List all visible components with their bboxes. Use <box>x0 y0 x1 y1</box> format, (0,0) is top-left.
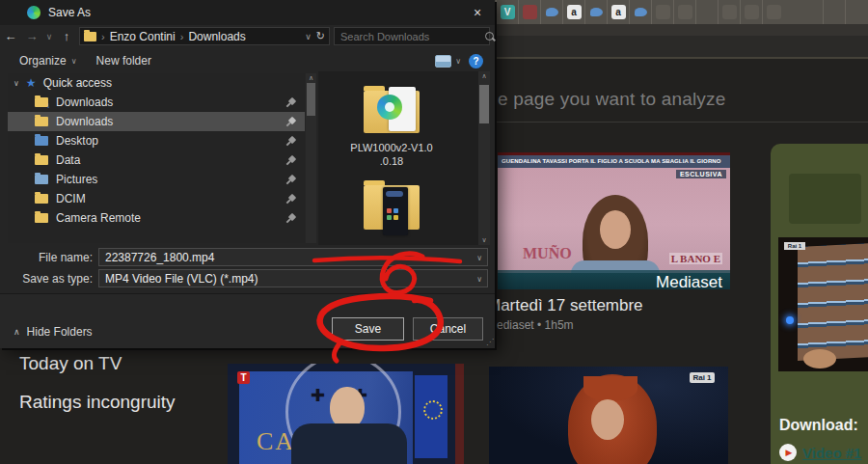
sidebar-scrollbar[interactable]: ∧ <box>306 73 316 243</box>
dim-extension-icon-2[interactable] <box>673 0 695 24</box>
close-icon[interactable]: × <box>468 3 487 22</box>
sidebar-item-desktop[interactable]: Desktop <box>8 131 305 150</box>
organize-button[interactable]: Organize ∨ <box>19 54 77 68</box>
folder-icon <box>35 213 48 223</box>
file-name-input[interactable] <box>105 251 470 264</box>
dialog-navigation-row: ← → ∨ ↑ › Enzo Contini › Downloads ∨ ↻ <box>0 26 495 46</box>
search-icon <box>483 30 485 43</box>
mediaset-brand-band: Mediaset <box>498 273 730 289</box>
link-today-on-tv[interactable]: Today on TV <box>19 353 122 374</box>
thumbnail-overlay-right: L BANO E <box>669 253 722 264</box>
sidebar-item-downloads-selected[interactable]: Downloads <box>8 112 305 131</box>
video-thumbnail-mediaset[interactable]: MUÑO L BANO E GUENDALINA TAVASSI PORTA I… <box>498 152 730 289</box>
breadcrumb-user[interactable]: Enzo Contini <box>110 30 176 43</box>
bird-extension-icon-3[interactable] <box>629 0 651 24</box>
collapse-icon: ∧ <box>14 327 20 337</box>
video-meta: Mediaset • 1h5m <box>487 318 574 332</box>
window-panel-icon[interactable] <box>845 0 867 24</box>
cancel-button[interactable]: Cancel <box>413 317 483 341</box>
help-icon[interactable]: ? <box>469 54 483 68</box>
scrollbar-thumb[interactable] <box>479 85 489 123</box>
file-list-scrollbar[interactable]: ∧ ∨ <box>478 71 490 245</box>
quick-access-node[interactable]: ∨ ★ Quick access <box>8 73 305 93</box>
up-icon[interactable]: ↑ <box>56 29 77 43</box>
scrollbar-thumb[interactable] <box>307 83 315 116</box>
scroll-up-icon[interactable]: ∧ <box>478 72 490 80</box>
search-box[interactable] <box>334 27 490 45</box>
scroll-up-icon[interactable]: ∧ <box>306 74 316 82</box>
studio-stairs <box>798 243 868 361</box>
sidebar-item-pictures[interactable]: Pictures <box>8 170 305 189</box>
amazon-extension-icon[interactable]: a <box>562 0 584 24</box>
save-button[interactable]: Save <box>332 317 404 341</box>
dim-glyph-4 <box>745 5 759 19</box>
panel-button-block[interactable] <box>789 174 861 224</box>
sidebar-item-dcim[interactable]: DCIM <box>8 189 305 208</box>
bird-glyph <box>545 5 559 19</box>
file-name-line1: PLW1000v2-V1.0 <box>334 141 449 154</box>
vivaldi-icon[interactable]: V <box>496 0 518 24</box>
resize-grip[interactable]: ⋰ <box>486 338 493 346</box>
dim-extension-icon-5[interactable] <box>762 0 784 24</box>
address-dropdown-icon[interactable]: ∨ <box>305 32 312 41</box>
video-thumbnail-calabria[interactable]: CALA T <box>228 364 464 464</box>
folder-icon <box>35 117 48 126</box>
refresh-icon[interactable]: ↻ <box>316 30 325 42</box>
foreground-hand <box>803 349 836 368</box>
dim-extension-icon-4[interactable] <box>740 0 762 24</box>
dialog-footer: ∧ Hide Folders Save Cancel ⋰ <box>0 293 495 348</box>
new-folder-button[interactable]: New folder <box>96 54 151 68</box>
panel-video-thumbnail[interactable]: Rai 1 <box>778 237 868 371</box>
amazon-extension-icon-2[interactable]: a <box>607 0 629 24</box>
pin-icon <box>288 136 296 144</box>
video-title[interactable]: Martedì 17 settembre <box>487 296 643 315</box>
sidebar-item-camera-remote[interactable]: Camera Remote <box>8 208 305 228</box>
bird-extension-icon[interactable] <box>540 0 562 24</box>
video-thumbnail-rai[interactable]: Rai 1 <box>489 367 728 464</box>
save-type-combo[interactable]: MP4 Video File (VLC) (*.mp4) ∨ <box>98 269 488 287</box>
view-dropdown-icon[interactable]: ∨ <box>455 57 461 66</box>
link-ratings-incongruity[interactable]: Ratings incongruity <box>19 392 176 413</box>
dim-extension-icon-1[interactable] <box>651 0 673 24</box>
file-tile-screenshots[interactable] <box>334 185 449 230</box>
sidebar-item-downloads[interactable]: ↓ Downloads <box>8 93 305 112</box>
view-mode-icon[interactable] <box>435 55 451 68</box>
breadcrumb[interactable]: › Enzo Contini › Downloads ∨ ↻ <box>79 27 330 45</box>
history-dropdown-icon[interactable]: ∨ <box>42 32 56 41</box>
breadcrumb-folder[interactable]: Downloads <box>188 30 245 43</box>
eu-flag <box>415 375 448 458</box>
file-name-combo[interactable]: ∨ <box>98 248 488 266</box>
video-download-link[interactable]: Video #1 <box>802 445 861 461</box>
forward-icon[interactable]: → <box>21 29 42 43</box>
file-list: PLW1000v2-V1.0 .0.18 <box>318 71 478 245</box>
pdf-extension-icon[interactable] <box>518 0 540 24</box>
side-panel-icon[interactable] <box>823 0 845 24</box>
pin-icon <box>288 97 296 105</box>
dim-extension-icon-3[interactable] <box>718 0 740 24</box>
speaker-body <box>291 423 407 464</box>
pin-icon <box>288 155 296 163</box>
dialog-titlebar[interactable]: Save As × <box>0 0 495 25</box>
save-type-row: Save as type: MP4 Video File (VLC) (*.mp… <box>0 269 495 287</box>
back-icon[interactable]: ← <box>0 29 21 43</box>
hide-folders-button[interactable]: ∧ Hide Folders <box>14 325 93 339</box>
download-panel: Rai 1 Download: ▶ Video #1 <box>771 144 868 464</box>
bird-extension-icon-2[interactable] <box>584 0 607 24</box>
file-tile-plw[interactable]: PLW1000v2-V1.0 .0.18 <box>334 85 449 168</box>
pictures-folder-icon <box>35 175 48 184</box>
combo-dropdown-icon[interactable]: ∨ <box>476 254 482 262</box>
sidebar-item-data[interactable]: Data <box>8 150 305 170</box>
broadcaster-logo: T <box>237 371 250 384</box>
tree-collapse-icon[interactable]: ∨ <box>14 79 19 88</box>
amazon-glyph: a <box>567 5 582 19</box>
microsoft-icon[interactable] <box>695 0 718 24</box>
bird-glyph-3 <box>634 5 648 19</box>
search-input[interactable] <box>335 31 483 42</box>
combo-dropdown-icon[interactable]: ∨ <box>476 275 482 284</box>
video-link-row[interactable]: ▶ Video #1 <box>779 444 861 461</box>
screenshot-thumbnail <box>383 187 408 235</box>
scroll-down-icon[interactable]: ∨ <box>478 236 490 244</box>
folder-icon <box>35 155 48 165</box>
sidebar-item-label: DCIM <box>56 192 86 205</box>
guest-fringe <box>583 376 637 401</box>
